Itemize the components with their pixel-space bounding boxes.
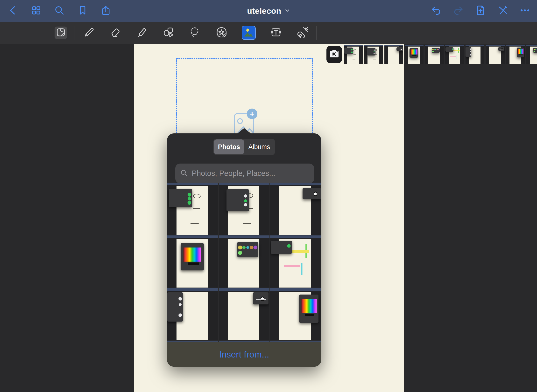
recent-photo-thumbnail[interactable] [384,45,403,64]
insert-from-button[interactable]: Insert from... [167,342,321,367]
disable-editing-button[interactable] [496,5,509,17]
tool-toolbar [0,22,537,44]
share-button[interactable] [99,5,112,17]
sticker-star-icon [216,27,227,39]
search-icon [180,169,188,178]
text-icon [270,27,282,39]
canvas-area: + Photos Albums [0,43,537,392]
elements-tool[interactable] [215,27,228,39]
image-icon [244,28,254,38]
eraser-tool[interactable] [109,27,121,39]
photo-grid-item[interactable] [270,235,321,288]
documents-button[interactable] [30,5,42,17]
recent-photo-thumbnail[interactable] [445,45,464,64]
lasso-tool[interactable] [189,27,201,39]
tab-albums[interactable]: Albums [244,139,274,154]
recent-photo-thumbnail[interactable] [486,45,505,64]
tab-photos[interactable]: Photos [214,139,244,154]
grid-view-icon [31,5,42,17]
text-tool[interactable] [270,27,282,39]
image-tool[interactable] [242,26,256,40]
toolbar-divider [75,26,75,40]
camera-icon [329,49,339,60]
highlighter-tool[interactable] [135,27,148,39]
shapes-icon [163,27,174,39]
laser-pointer-icon [297,27,308,39]
chevron-left-icon [8,5,18,17]
recent-photo-thumbnail[interactable] [425,45,444,64]
redo-icon [453,5,464,17]
recent-photo-thumbnail[interactable] [466,45,484,64]
photo-picker-popover: Photos Albums [167,133,321,367]
photo-grid-item[interactable] [167,235,218,288]
navbar-right-group [430,0,531,22]
add-page-button[interactable] [474,5,487,17]
navbar-left-group [0,5,112,17]
popover-arrow [237,128,251,134]
photos-albums-segmented-control: Photos Albums [213,139,275,155]
more-button[interactable] [519,5,531,17]
back-button[interactable] [7,5,19,17]
plus-badge-icon: + [247,109,257,119]
bookmark-icon [77,5,88,17]
highlighter-icon [136,27,148,39]
add-page-icon [475,5,486,17]
tools-group [0,22,317,44]
photo-grid-item[interactable] [219,183,269,235]
navbar: utelecon [0,0,537,22]
tab-photos-label: Photos [218,143,240,151]
recent-photo-thumbnail[interactable] [506,45,525,64]
tab-albums-label: Albums [248,143,270,151]
view-mode-tool[interactable] [55,27,67,39]
insert-from-label: Insert from... [219,350,269,360]
share-icon [100,5,111,17]
eraser-icon [109,27,121,39]
pen-icon [83,27,94,39]
bookmark-button[interactable] [76,5,89,17]
photo-search-input[interactable] [191,169,309,178]
recent-photo-thumbnail[interactable] [344,45,363,64]
photo-grid-item[interactable] [219,288,269,340]
photo-grid-item[interactable] [167,183,218,235]
photo-search-field[interactable] [175,164,314,183]
app-window: utelecon [0,0,537,392]
recent-photo-thumbnail[interactable] [364,45,383,64]
chevron-down-icon[interactable] [285,8,290,14]
recent-photo-thumbnail[interactable] [405,45,424,64]
search-icon [54,5,65,17]
document-title: utelecon [247,6,281,16]
recent-photos-strip [344,45,537,64]
camera-button[interactable] [326,46,342,63]
photo-grid [167,183,321,340]
recent-photo-thumbnail[interactable] [526,45,537,64]
ellipsis-icon [520,5,530,17]
pencil-cross-icon [497,5,508,17]
view-mode-icon [55,27,67,39]
photo-grid-item[interactable] [270,183,321,235]
search-button[interactable] [53,5,66,17]
laser-pointer-tool[interactable] [296,27,309,39]
lasso-icon [189,27,201,39]
pen-tool[interactable] [82,27,95,39]
undo-button[interactable] [430,5,442,17]
photo-grid-item[interactable] [219,235,269,288]
undo-icon [431,5,441,17]
toolbar-divider [316,26,317,40]
redo-button[interactable] [452,5,465,17]
photo-grid-item[interactable] [270,288,321,340]
shapes-tool[interactable] [162,27,175,39]
photo-grid-item[interactable] [167,288,218,340]
